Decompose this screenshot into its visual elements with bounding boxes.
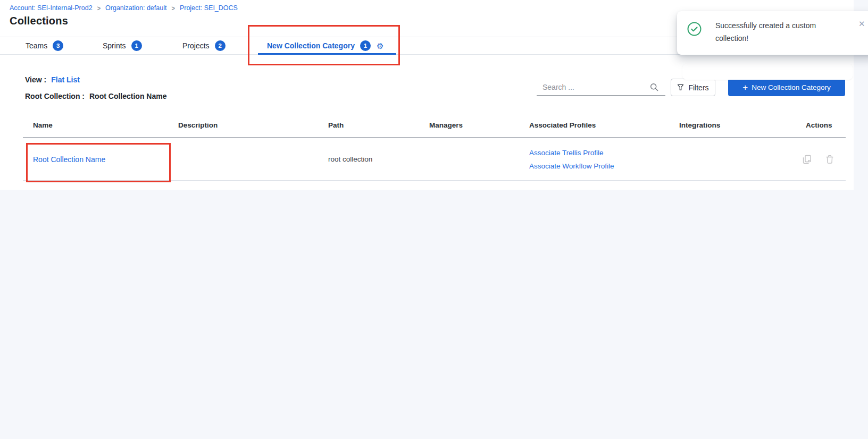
cell-associated-profiles: Associate Trellis Profile Associate Work… bbox=[529, 149, 679, 170]
view-flat-list-link[interactable]: Flat List bbox=[51, 75, 80, 84]
tab-projects[interactable]: Projects 2 bbox=[182, 37, 226, 54]
search-icon bbox=[650, 83, 658, 91]
search-input[interactable] bbox=[537, 79, 665, 96]
count-badge: 2 bbox=[215, 40, 226, 51]
collection-name-link[interactable]: Root Collection Name bbox=[33, 155, 105, 164]
collections-table: Name Description Path Managers Associate… bbox=[23, 113, 846, 181]
count-badge: 1 bbox=[360, 40, 371, 51]
copy-icon[interactable] bbox=[803, 155, 812, 164]
plus-icon: + bbox=[742, 83, 748, 92]
filters-button[interactable]: Filters bbox=[671, 79, 715, 96]
chevron-right-icon: > bbox=[97, 4, 101, 12]
chevron-right-icon: > bbox=[171, 4, 174, 12]
column-header-associated-profiles: Associated Profiles bbox=[529, 121, 679, 129]
table-row: Root Collection Name root collection Ass… bbox=[23, 138, 846, 181]
success-toast: Successfully created a custom collection… bbox=[677, 11, 868, 55]
root-collection-label: Root Collection : bbox=[25, 92, 85, 100]
tab-new-collection-category[interactable]: New Collection Category 1 ⚙ bbox=[267, 37, 383, 54]
close-icon[interactable]: ✕ bbox=[858, 19, 865, 29]
breadcrumb-project-link[interactable]: Project: SEI_DOCS bbox=[180, 4, 238, 12]
funnel-icon bbox=[677, 84, 684, 91]
column-header-path: Path bbox=[328, 121, 429, 129]
gear-icon[interactable]: ⚙ bbox=[377, 42, 383, 50]
cell-path: root collection bbox=[328, 155, 429, 163]
column-header-actions: Actions bbox=[806, 121, 846, 129]
column-header-managers: Managers bbox=[429, 121, 529, 129]
tab-teams[interactable]: Teams 3 bbox=[26, 37, 63, 54]
column-header-integrations: Integrations bbox=[679, 121, 806, 129]
associate-trellis-profile-link[interactable]: Associate Trellis Profile bbox=[529, 149, 679, 157]
associate-workflow-profile-link[interactable]: Associate Workflow Profile bbox=[529, 162, 679, 170]
column-header-description: Description bbox=[178, 121, 328, 129]
count-badge: 1 bbox=[131, 40, 142, 51]
stacked-toast-card bbox=[682, 64, 853, 80]
column-header-name: Name bbox=[23, 121, 178, 129]
trash-icon[interactable] bbox=[825, 155, 834, 164]
breadcrumb-account-link[interactable]: Account: SEI-Internal-Prod2 bbox=[10, 4, 93, 12]
view-label: View : bbox=[25, 75, 46, 84]
collections-page: Account: SEI-Internal-Prod2 > Organizati… bbox=[0, 0, 868, 439]
toast-message: Successfully created a custom collection… bbox=[715, 20, 849, 45]
breadcrumb-organization-link[interactable]: Organization: default bbox=[105, 4, 166, 12]
tab-label: New Collection Category bbox=[267, 41, 355, 50]
tab-label: Teams bbox=[26, 41, 47, 50]
new-collection-category-label: New Collection Category bbox=[752, 83, 831, 91]
tab-label: Projects bbox=[182, 41, 210, 50]
root-collection-value: Root Collection Name bbox=[89, 92, 166, 100]
check-circle-icon bbox=[687, 22, 702, 36]
active-tab-underline bbox=[258, 53, 396, 55]
page-title: Collections bbox=[10, 15, 68, 27]
count-badge: 3 bbox=[53, 40, 63, 51]
view-row: View : Flat List bbox=[25, 75, 80, 84]
filters-label: Filters bbox=[688, 83, 708, 92]
tab-label: Sprints bbox=[103, 41, 126, 50]
cell-name: Root Collection Name bbox=[23, 155, 178, 164]
table-header-row: Name Description Path Managers Associate… bbox=[23, 113, 846, 137]
breadcrumb: Account: SEI-Internal-Prod2 > Organizati… bbox=[10, 4, 238, 12]
new-collection-category-button[interactable]: + New Collection Category bbox=[728, 79, 845, 96]
root-collection-row: Root Collection : Root Collection Name bbox=[25, 92, 166, 100]
tab-sprints[interactable]: Sprints 1 bbox=[103, 37, 142, 54]
cell-actions bbox=[803, 155, 846, 164]
